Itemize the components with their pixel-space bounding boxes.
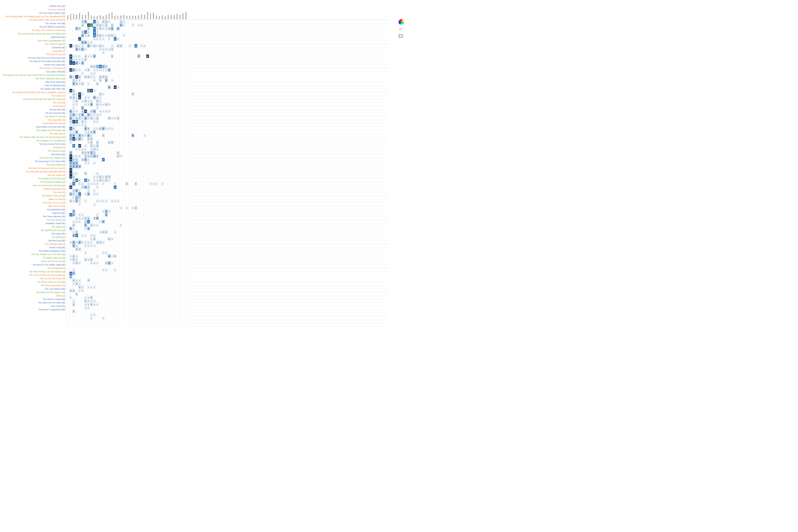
cell-53-23[interactable] (134, 203, 137, 206)
cell-72-29[interactable] (152, 268, 155, 272)
cell-18-34[interactable] (167, 82, 170, 86)
cell-66-33[interactable] (164, 248, 167, 251)
cell-53-15[interactable] (111, 203, 114, 206)
cell-66-40[interactable] (185, 248, 188, 251)
cell-7-23[interactable]: 11 (134, 44, 137, 48)
cell-11-23[interactable] (134, 58, 137, 61)
cell-45-3[interactable] (75, 175, 78, 178)
cell-13-10[interactable]: 7 (96, 65, 99, 68)
cell-12-8[interactable] (90, 61, 93, 65)
cell-18-35[interactable] (170, 82, 173, 86)
cell-64-28[interactable] (149, 241, 152, 244)
cell-86-28[interactable] (149, 317, 152, 320)
cell-66-1[interactable] (70, 248, 72, 251)
cell-6-32[interactable] (161, 41, 164, 44)
cell-82-11[interactable] (99, 303, 102, 306)
cell-80-16[interactable] (114, 296, 117, 299)
cell-61-6[interactable] (84, 230, 87, 234)
cell-30-35[interactable] (170, 124, 173, 127)
cell-62-13[interactable] (105, 234, 108, 237)
cell-51-26[interactable] (143, 196, 146, 199)
cell-12-32[interactable] (161, 61, 164, 65)
cell-51-17[interactable] (117, 196, 120, 199)
cell-66-6[interactable] (84, 248, 87, 251)
cell-26-29[interactable] (152, 110, 155, 113)
cell-84-0[interactable] (66, 309, 70, 313)
cell-72-1[interactable] (70, 268, 72, 272)
cell-56-33[interactable] (164, 213, 167, 216)
cell-65-19[interactable] (123, 244, 126, 248)
cell-1-37[interactable] (176, 23, 179, 27)
cell-63-7[interactable] (87, 237, 90, 241)
cell-82-19[interactable] (123, 303, 126, 306)
cell-75-28[interactable] (149, 279, 152, 282)
cell-55-14[interactable]: 1 (108, 210, 111, 213)
cell-43-13[interactable] (105, 168, 108, 172)
cell-80-10[interactable] (96, 296, 99, 299)
cell-76-19[interactable] (123, 282, 126, 285)
cell-67-3[interactable] (75, 251, 78, 254)
cell-47-11[interactable] (99, 182, 102, 186)
cell-27-4[interactable]: 4 (78, 113, 81, 116)
cell-25-39[interactable] (182, 106, 185, 110)
cell-33-7[interactable]: 8 (87, 134, 90, 137)
cell-40-18[interactable] (120, 158, 123, 161)
cell-55-1[interactable] (70, 210, 72, 213)
cell-57-9[interactable]: 3 (93, 216, 96, 220)
cell-80-6[interactable]: 1 (84, 296, 87, 299)
cell-20-14[interactable] (108, 89, 111, 92)
cell-10-3[interactable]: 1 (75, 54, 78, 58)
cell-23-0[interactable] (66, 99, 70, 103)
cell-73-0[interactable] (66, 272, 70, 275)
cell-42-30[interactable] (155, 165, 158, 168)
cell-25-36[interactable] (173, 106, 176, 110)
cell-36-26[interactable] (143, 144, 146, 148)
cell-64-33[interactable] (164, 241, 167, 244)
cell-55-11[interactable] (99, 210, 102, 213)
cell-12-1[interactable]: 17 (70, 61, 72, 65)
cell-66-16[interactable] (114, 248, 117, 251)
cell-7-3[interactable]: 3 (75, 44, 78, 48)
cell-79-35[interactable] (170, 292, 173, 296)
cell-71-5[interactable] (81, 265, 84, 268)
cell-45-34[interactable] (167, 175, 170, 178)
cell-37-14[interactable] (108, 148, 111, 151)
cell-64-12[interactable]: 1 (102, 241, 105, 244)
cell-77-3[interactable] (75, 285, 78, 289)
cell-24-15[interactable] (111, 103, 114, 106)
cell-33-9[interactable] (93, 134, 96, 137)
cell-73-5[interactable] (81, 272, 84, 275)
cell-33-8[interactable]: 2 (90, 134, 93, 137)
cell-27-18[interactable] (120, 113, 123, 116)
cell-65-25[interactable] (140, 244, 143, 248)
cell-62-15[interactable] (111, 234, 114, 237)
cell-5-1[interactable] (70, 37, 72, 41)
cell-4-35[interactable] (170, 34, 173, 37)
cell-12-30[interactable] (155, 61, 158, 65)
cell-52-26[interactable] (143, 199, 146, 203)
cell-65-37[interactable] (176, 244, 179, 248)
cell-85-4[interactable] (78, 313, 81, 317)
cell-40-33[interactable] (164, 158, 167, 161)
cell-46-5[interactable] (81, 178, 84, 182)
cell-34-8[interactable]: 5 (90, 137, 93, 141)
cell-17-27[interactable] (146, 79, 149, 82)
cell-2-17[interactable]: 6 (117, 27, 120, 30)
cell-74-10[interactable] (96, 275, 99, 279)
cell-74-33[interactable] (164, 275, 167, 279)
cell-50-6[interactable]: 2 (84, 192, 87, 196)
cell-1-12[interactable]: 2 (102, 23, 105, 27)
cell-27-23[interactable] (134, 113, 137, 116)
cell-49-34[interactable] (167, 189, 170, 192)
cell-16-29[interactable] (152, 75, 155, 79)
cell-84-32[interactable] (161, 309, 164, 313)
cell-16-8[interactable]: 2 (90, 75, 93, 79)
cell-68-37[interactable] (176, 254, 179, 258)
cell-87-18[interactable] (120, 320, 123, 323)
cell-46-19[interactable] (123, 178, 126, 182)
cell-21-27[interactable] (146, 92, 149, 96)
cell-60-33[interactable] (164, 227, 167, 230)
cell-54-19[interactable] (123, 206, 126, 210)
cell-24-14[interactable]: 2 (108, 103, 111, 106)
cell-14-3[interactable]: 2 (75, 68, 78, 72)
